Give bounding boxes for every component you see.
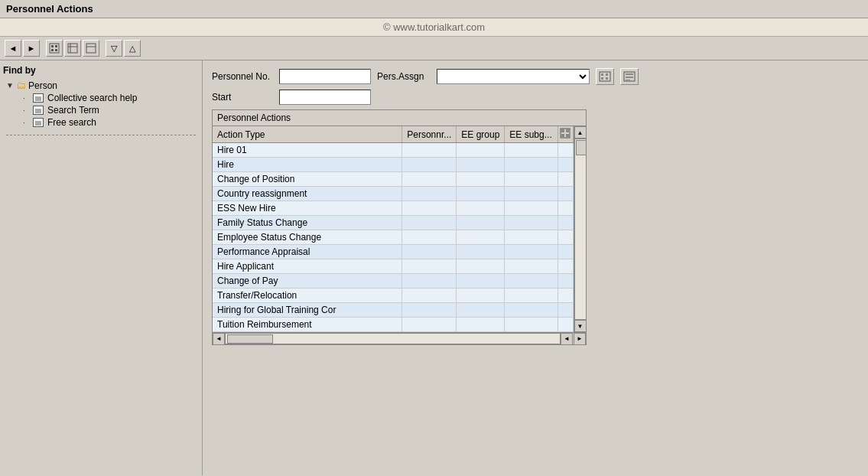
scroll-up-btn[interactable]: ▲ [574,126,587,139]
toolbar-btn-3[interactable] [46,40,63,57]
table-row[interactable]: Tuition Reimbursement [213,318,574,332]
cell-empty [558,245,574,259]
svg-rect-26 [626,77,633,78]
toolbar-btn-5[interactable] [83,40,99,57]
start-input[interactable] [279,90,371,105]
cell-empty [558,303,574,318]
search-term-label: Search Term [47,105,99,116]
find-by-label: Find by [3,65,199,76]
table-row[interactable]: Hire Applicant [213,259,574,274]
cell-empty [558,230,574,245]
cell-ee-group [457,289,505,303]
cell-personnr [402,259,457,274]
col-action-type: Action Type [213,126,402,143]
cell-personnr [402,216,457,230]
tree-item-free-search[interactable]: · Free search [21,116,199,129]
tree-item-search-term[interactable]: · Search Term [21,104,199,116]
cell-ee-subg [505,289,558,303]
svg-rect-8 [86,44,96,53]
cell-ee-subg [505,274,558,289]
main-container: Find by ▼ 🗂 Person · Collective search h… [0,60,868,475]
cell-ee-subg [505,216,558,230]
forward-button[interactable]: ► [23,40,40,57]
cell-action-type: Family Status Change [213,216,402,230]
pers-assgn-select[interactable] [437,69,590,84]
cell-ee-subg [505,158,558,172]
scroll-down-btn[interactable]: ▼ [574,320,587,332]
col-ee-subg: EE subg... [505,126,558,143]
tree-person-root[interactable]: ▼ 🗂 Person [5,79,199,92]
cell-action-type: Transfer/Relocation [213,289,402,303]
cell-empty [558,172,574,187]
table-row[interactable]: Hire [213,158,574,172]
cell-personnr [402,289,457,303]
tree-children: · Collective search help · Search Term · [5,92,199,129]
svg-rect-21 [606,73,608,76]
table-row[interactable]: Performance Appraisal [213,245,574,259]
cell-action-type: Hire 01 [213,143,402,158]
cell-ee-group [457,303,505,318]
pa-table-title: Personnel Actions [213,110,586,126]
h-scroll-right-btn-1[interactable]: ◄ [561,333,573,345]
svg-rect-32 [566,134,569,137]
personnel-no-row: Personnel No. Pers.Assgn [212,68,859,85]
cell-action-type: Change of Pay [213,274,402,289]
sort-button[interactable]: △ [124,40,141,57]
table-row[interactable]: Family Status Change [213,216,574,230]
cell-ee-group [457,158,505,172]
pa-table-scroll: Action Type Personnr... EE group EE subg… [213,126,574,332]
cell-empty [558,216,574,230]
table-row[interactable]: Hire 01 [213,143,574,158]
cell-ee-group [457,172,505,187]
toolbar-btn-4[interactable] [64,40,81,57]
h-scroll-thumb [227,334,273,344]
svg-rect-30 [566,129,569,132]
cell-empty [558,289,574,303]
back-button[interactable]: ◄ [5,40,21,57]
title-bar: Personnel Actions [0,0,868,18]
cell-personnr [402,158,457,172]
filter-button[interactable]: ▽ [106,40,122,57]
svg-rect-29 [561,129,564,132]
h-scroll-right: ◄ ► [561,333,586,345]
table-row[interactable]: Transfer/Relocation [213,289,574,303]
cell-ee-subg [505,187,558,201]
personnel-no-input[interactable] [279,69,371,84]
table-row[interactable]: Change of Position [213,172,574,187]
cell-ee-subg [505,143,558,158]
cell-action-type: Tuition Reimbursement [213,318,402,332]
cell-personnr [402,318,457,332]
table-row[interactable]: Country reassignment [213,187,574,201]
scroll-thumb [576,140,587,155]
table-row[interactable]: Employee Status Change [213,230,574,245]
vertical-scrollbar: ▲ ▼ [574,126,586,332]
cell-ee-group [457,201,505,216]
svg-rect-23 [606,77,608,80]
h-scroll-track [225,333,561,344]
svg-rect-25 [626,73,633,75]
svg-rect-4 [55,49,57,51]
pers-assgn-btn-1[interactable] [596,68,614,85]
free-search-label: Free search [47,117,96,128]
pers-assgn-label: Pers.Assgn [377,71,431,82]
cell-personnr [402,274,457,289]
cell-action-type: Performance Appraisal [213,245,402,259]
h-scroll-left-btn[interactable]: ◄ [213,333,225,345]
col-settings[interactable] [558,126,574,143]
left-panel: Find by ▼ 🗂 Person · Collective search h… [0,60,203,475]
table-row[interactable]: Change of Pay [213,274,574,289]
tree-item-collective[interactable]: · Collective search help [21,92,199,104]
cell-personnr [402,187,457,201]
tree-root: ▼ 🗂 Person · Collective search help · [3,79,199,129]
cell-ee-group [457,143,505,158]
cell-personnr [402,245,457,259]
table-row[interactable]: Hiring for Global Training Cor [213,303,574,318]
h-scroll-right-btn-2[interactable]: ► [574,333,586,345]
table-row[interactable]: ESS New Hire [213,201,574,216]
pers-assgn-btn-2[interactable] [620,68,639,85]
cell-personnr [402,172,457,187]
cell-ee-subg [505,201,558,216]
cell-action-type: Hiring for Global Training Cor [213,303,402,318]
cell-ee-group [457,274,505,289]
svg-rect-0 [50,44,59,53]
